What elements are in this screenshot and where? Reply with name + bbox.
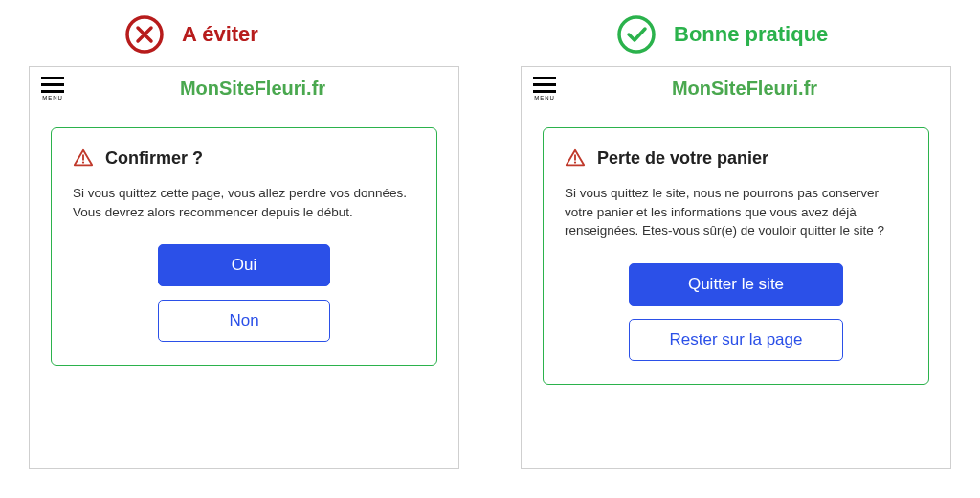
bad-example-label: A éviter	[182, 22, 258, 47]
good-dialog: Perte de votre panier Si vous quittez le…	[543, 127, 929, 385]
bad-example-column: A éviter MENU MonSiteFleuri.fr Confirmer…	[29, 14, 459, 469]
bad-button-stack: Oui Non	[73, 244, 415, 342]
good-dialog-body: Si vous quittez le site, nous ne pourron…	[565, 184, 907, 240]
dialog-title-row: Perte de votre panier	[565, 147, 907, 169]
bad-dialog-title: Confirmer ?	[105, 148, 203, 169]
good-leave-button[interactable]: Quitter le site	[629, 263, 843, 306]
bad-confirm-button[interactable]: Oui	[158, 244, 330, 286]
bad-example-header: A éviter	[29, 14, 459, 55]
good-dialog-title: Perte de votre panier	[597, 148, 768, 169]
menu-button[interactable]: MENU	[41, 77, 64, 101]
check-circle-icon	[616, 14, 657, 55]
good-stay-button[interactable]: Rester sur la page	[629, 319, 843, 361]
warning-triangle-icon	[73, 147, 94, 169]
dialog-title-row: Confirmer ?	[73, 147, 415, 169]
svg-point-5	[574, 161, 576, 163]
menu-label: MENU	[534, 95, 555, 101]
menu-button[interactable]: MENU	[533, 77, 556, 101]
hamburger-icon	[533, 77, 556, 93]
good-example-label: Bonne pratique	[674, 22, 828, 47]
bad-mockup-frame: MENU MonSiteFleuri.fr Confirmer ? Si vou…	[29, 66, 459, 469]
svg-point-3	[619, 17, 654, 52]
mockup-navbar: MENU MonSiteFleuri.fr	[522, 67, 950, 110]
warning-triangle-icon	[565, 147, 586, 169]
hamburger-icon	[41, 77, 64, 93]
menu-label: MENU	[42, 95, 63, 101]
good-button-stack: Quitter le site Rester sur la page	[565, 263, 907, 361]
mockup-navbar: MENU MonSiteFleuri.fr	[30, 67, 458, 110]
site-title: MonSiteFleuri.fr	[579, 78, 910, 100]
bad-cancel-button[interactable]: Non	[158, 300, 330, 342]
good-mockup-frame: MENU MonSiteFleuri.fr Perte de votre pan…	[521, 66, 951, 469]
svg-point-2	[82, 161, 84, 163]
good-example-header: Bonne pratique	[521, 14, 951, 55]
site-title: MonSiteFleuri.fr	[87, 78, 418, 100]
cross-circle-icon	[124, 14, 165, 55]
good-example-column: Bonne pratique MENU MonSiteFleuri.fr Per…	[521, 14, 951, 469]
bad-dialog-body: Si vous quittez cette page, vous allez p…	[73, 184, 415, 221]
bad-dialog: Confirmer ? Si vous quittez cette page, …	[51, 127, 437, 366]
